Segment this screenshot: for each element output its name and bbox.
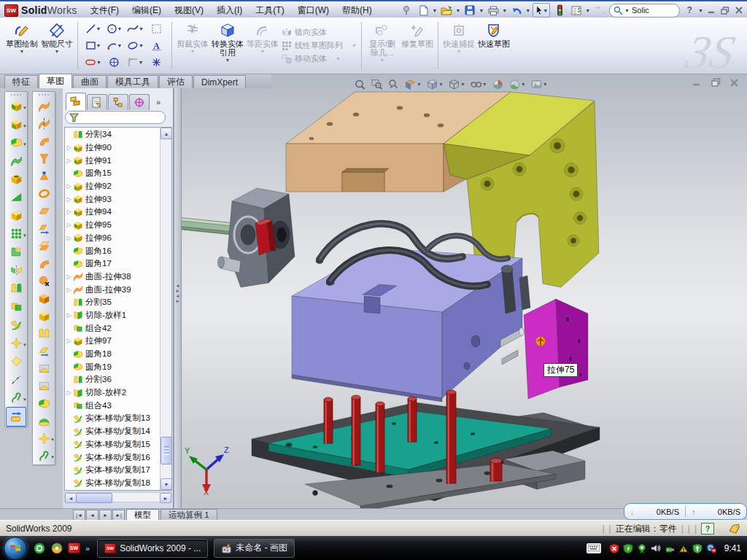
untrim-surface-button[interactable] (33, 377, 55, 394)
linear-pattern-dropdown-icon[interactable]: ▼ (352, 43, 357, 48)
help-button[interactable]: ? (682, 4, 697, 17)
extruded-cut-button[interactable]: ▼ (5, 115, 27, 133)
offset-dropdown-icon[interactable]: ▼ (260, 49, 266, 54)
axis-button[interactable] (5, 370, 27, 389)
polygon-tool[interactable] (104, 54, 125, 71)
delete-face-button[interactable] (33, 272, 55, 289)
tree-item[interactable]: ▷拉伸97 (65, 335, 160, 348)
replace-face-button[interactable] (33, 289, 55, 307)
next-tab-button[interactable]: ► (99, 510, 112, 521)
extend-surface-button[interactable] (33, 219, 55, 237)
trim-surface-button[interactable] (33, 359, 55, 377)
slot-tool[interactable]: ▼ (82, 54, 104, 71)
mirror-feature-button[interactable] (5, 261, 27, 279)
sketch-draw-dropdown-icon[interactable]: ▼ (20, 49, 25, 54)
taskbar-window-solidworks[interactable]: SW SolidWorks 2009 - ... (97, 539, 208, 558)
tree-item[interactable]: 圆角18 (65, 348, 160, 361)
tree-item[interactable]: 圆角16 (65, 244, 160, 257)
resources-icon[interactable]: ⺍.. (592, 4, 607, 17)
revolved-surface-button[interactable] (33, 114, 55, 132)
apply-scene-icon[interactable]: ▼ (507, 78, 527, 91)
display-delete-relations-button[interactable]: 显示/删除几... ▼ (365, 19, 400, 72)
section-view-dropdown-icon[interactable]: ▼ (417, 82, 422, 87)
tree-item[interactable]: ▷曲面-拉伸39 (65, 283, 160, 296)
hole-wizard-button[interactable] (5, 206, 27, 225)
splitter-collapse-icon[interactable]: ◄►◄► (175, 284, 180, 304)
extruded-boss-base-button[interactable]: ▼ (5, 97, 27, 115)
expand-icon[interactable]: ▷ (65, 235, 73, 241)
curves-button[interactable]: ▼ (5, 389, 27, 407)
expand-icon[interactable]: ▷ (65, 158, 73, 164)
tree-item[interactable]: 分割34 (65, 128, 160, 141)
taskbar-window-paint[interactable]: 未命名 - 画图 (214, 539, 295, 558)
offset-surface-button[interactable] (33, 237, 55, 254)
menu-item-1[interactable]: 编辑(E) (126, 3, 167, 18)
move-entities-button[interactable]: 移动实体 ▼ (282, 53, 357, 64)
expand-icon[interactable]: ▷ (65, 389, 73, 396)
undo-dropdown-icon[interactable]: ▼ (525, 8, 530, 13)
tree-item[interactable]: ▷切除-放样2 (65, 386, 160, 400)
extruded-cut-dropdown-icon[interactable]: ▼ (23, 124, 27, 128)
tab-configuration-manager[interactable] (108, 94, 128, 110)
tree-horizontal-scrollbar[interactable]: ◄ ► (64, 492, 172, 502)
dome-button[interactable] (33, 412, 55, 429)
open-dropdown-icon[interactable]: ▼ (455, 8, 460, 13)
tree-item[interactable]: ▷曲面-拉伸38 (65, 271, 160, 284)
tree-item[interactable]: 组合43 (65, 399, 160, 412)
expand-icon[interactable]: ▷ (65, 273, 73, 280)
pin-icon[interactable] (400, 4, 414, 17)
save-button[interactable] (462, 4, 477, 17)
antivirus-red-shield-tray-icon[interactable] (609, 543, 619, 553)
tree-item[interactable]: 圆角15 (65, 167, 160, 180)
blocked-sync-tray-icon[interactable] (706, 543, 716, 553)
linear-sketch-pattern-button[interactable]: 线性草图阵列 ▼ (282, 40, 357, 51)
panel-tabs-overflow-icon[interactable]: » (156, 98, 160, 106)
zoom-magnifier-icon[interactable] (386, 78, 401, 91)
tag-icon[interactable] (729, 524, 741, 534)
options-dropdown-icon[interactable]: ▼ (585, 8, 590, 13)
tab-mold-tools[interactable]: 模具工具 (107, 75, 158, 88)
plane-button[interactable] (5, 352, 27, 370)
tree-item[interactable]: 分割35 (65, 296, 160, 309)
circle-tool[interactable]: ▼ (104, 20, 125, 37)
solidworks-quick-icon[interactable]: SW (68, 542, 80, 554)
doc-close-button[interactable] (728, 77, 741, 88)
tree-item[interactable]: ▷拉伸94 (65, 206, 160, 219)
move-copy-body-button[interactable] (5, 316, 27, 334)
tab-model[interactable]: 模型 (126, 509, 159, 521)
mirror-entities-button[interactable]: 镜向实体 (282, 27, 357, 38)
curves-dropdown-icon[interactable]: ▼ (23, 397, 27, 402)
ellipse-tool[interactable]: ▼ (125, 37, 146, 54)
tree-item[interactable]: ▷拉伸92 (65, 180, 160, 193)
tree-vertical-scrollbar[interactable]: ▲ ▼ (160, 128, 171, 490)
new-dropdown-icon[interactable]: ▼ (433, 8, 438, 13)
select-dropdown-icon[interactable]: ▼ (543, 8, 548, 13)
menu-item-2[interactable]: 视图(V) (169, 3, 209, 18)
view-settings-dropdown-icon[interactable]: ▼ (543, 82, 548, 87)
tab-sketch[interactable]: 草图 (39, 74, 72, 88)
quick-tips-icon[interactable]: ? (701, 523, 714, 534)
display-delete-dropdown-icon[interactable]: ▼ (379, 58, 384, 63)
restore-button[interactable] (719, 5, 731, 15)
expand-icon[interactable]: ▷ (65, 196, 73, 203)
swept-boss-button[interactable] (5, 152, 27, 170)
move-entities-dropdown-icon[interactable]: ▼ (336, 56, 341, 61)
save-dropdown-icon[interactable]: ▼ (479, 8, 484, 13)
display-style-icon[interactable]: ▼ (446, 78, 467, 91)
shell-button[interactable] (5, 170, 27, 188)
volume-tray-icon[interactable] (651, 543, 661, 553)
reference-geometry-button[interactable]: ▼ (5, 334, 27, 352)
view-orientation-dropdown-icon[interactable]: ▼ (438, 82, 444, 87)
warning-triangle-tray-icon[interactable] (678, 543, 689, 553)
quick-snaps-dropdown-icon[interactable]: ▼ (456, 49, 461, 54)
smart-dimension-button[interactable]: 智能尺寸 ▼ (39, 19, 74, 72)
browser-quick-icon[interactable] (50, 542, 63, 554)
hide-show-items-icon[interactable]: ▼ (468, 78, 489, 91)
spline-tool[interactable]: ▼ (125, 20, 146, 37)
options-button[interactable] (569, 4, 584, 17)
tab-motion-study[interactable]: 运动算例 1 (160, 509, 217, 521)
tree-item[interactable]: 圆角19 (65, 360, 160, 373)
apply-scene-dropdown-icon[interactable]: ▼ (521, 82, 526, 87)
select-tool-button[interactable]: ▼ (533, 3, 550, 18)
offset-entities-button[interactable]: 等距实体 ▼ (245, 19, 280, 72)
